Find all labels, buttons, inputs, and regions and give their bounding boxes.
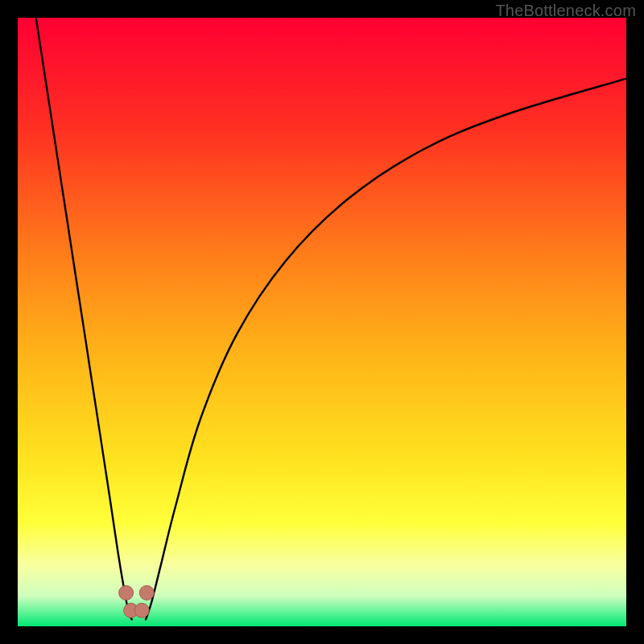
bottom-marker-group: [119, 585, 155, 617]
curve-right-limb: [146, 79, 626, 621]
chart-container: TheBottleneck.com: [0, 0, 644, 644]
data-marker: [119, 585, 134, 600]
data-marker: [134, 603, 149, 617]
data-marker: [139, 585, 154, 600]
plot-curve-layer: [18, 18, 626, 626]
plot-area: [18, 18, 626, 626]
curve-left-limb: [36, 18, 132, 620]
